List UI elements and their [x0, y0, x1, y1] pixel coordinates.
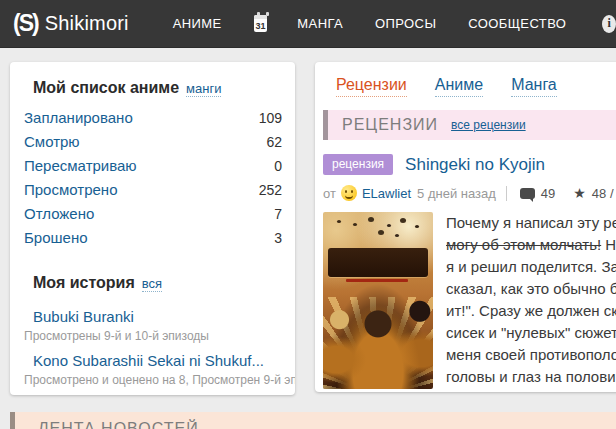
- strikethrough-text: могу об этом молчать!: [446, 236, 601, 253]
- status-count: 62: [266, 134, 282, 150]
- history-all-link[interactable]: вся: [142, 276, 162, 292]
- comments-icon: [520, 188, 535, 199]
- reviews-banner-title: РЕЦЕНЗИИ: [342, 116, 438, 134]
- shikimori-logo-icon: (S): [13, 10, 38, 37]
- anime-poster[interactable]: [323, 212, 433, 389]
- anime-list-title: Мой список анимеманги: [33, 79, 282, 97]
- nav-item-community[interactable]: СООБЩЕСТВО: [468, 16, 566, 31]
- manga-list-link[interactable]: манги: [186, 81, 221, 97]
- my-history-title-text: Моя история: [33, 274, 135, 291]
- anime-list-title-text: Мой список аниме: [33, 79, 179, 96]
- review-text-line: Почему я написал эту реце: [446, 212, 616, 234]
- review-text-line: головы и глаз на половину: [446, 366, 616, 388]
- status-count: 0: [274, 158, 282, 174]
- reviews-feed-card: Рецензии Аниме Манга РЕЦЕНЗИИ все реценз…: [315, 62, 616, 392]
- top-navbar: (S) Shikimori АНИМЕ 31 МАНГА ОПРОСЫ СООБ…: [0, 0, 616, 48]
- review-rating: 48 / 82: [592, 186, 616, 201]
- feed-tabs: Рецензии Аниме Манга: [336, 76, 616, 97]
- my-anime-list-card: Мой список анимеманги Запланировано 109 …: [10, 62, 295, 395]
- poster-title-logo: [328, 248, 428, 277]
- nav-item-manga[interactable]: МАНГА: [297, 16, 343, 31]
- calendar-icon: 31: [255, 20, 265, 32]
- history-item-konosuba[interactable]: Kono Subarashii Sekai ni Shukuf...: [10, 345, 295, 370]
- comments-count[interactable]: 49: [541, 186, 555, 201]
- poster-art-characters: [323, 284, 433, 389]
- star-icon: ★: [573, 185, 586, 201]
- nav-item-anime[interactable]: АНИМЕ: [173, 16, 222, 31]
- shikimori-logo[interactable]: (S) Shikimori: [13, 10, 129, 37]
- meta-divider: [506, 186, 507, 201]
- calendar-button[interactable]: 31: [254, 15, 268, 32]
- review-body: Почему я написал эту реце могу об этом м…: [323, 212, 616, 389]
- review-meta-row: от ELawliet 5 дней назад 49 ★ 48 / 82: [323, 185, 616, 201]
- review-header: рецензия Shingeki no Kyojin: [323, 154, 616, 175]
- status-label[interactable]: Отложено: [24, 205, 94, 222]
- status-label[interactable]: Просмотрено: [24, 181, 117, 198]
- review-text-line: сисек и "нулевых" сюжетов: [446, 322, 616, 344]
- history-item-note: Просмотрены 9-й и 10-й эпизоды: [10, 326, 295, 345]
- by-label: от: [323, 186, 336, 201]
- status-count: 252: [259, 182, 282, 198]
- nav-item-polls[interactable]: ОПРОСЫ: [375, 16, 436, 31]
- poster-art-figures: [337, 220, 341, 223]
- review-text-line: ит!". Сразу же должен сказа: [446, 300, 616, 322]
- author-avatar[interactable]: [341, 185, 357, 201]
- status-count: 7: [274, 206, 282, 222]
- review-text-line: сказал, как это обычно быв: [446, 278, 616, 300]
- list-row-onhold[interactable]: Отложено 7: [10, 202, 295, 226]
- list-row-planned[interactable]: Запланировано 109: [10, 106, 295, 130]
- list-row-completed[interactable]: Просмотрено 252: [10, 178, 295, 202]
- status-count: 3: [274, 230, 282, 246]
- news-feed-banner: ЛЕНТА НОВОСТЕЙ: [10, 412, 616, 429]
- status-label[interactable]: Запланировано: [24, 109, 133, 126]
- review-timestamp: 5 дней назад: [417, 186, 496, 201]
- review-text: Почему я написал эту реце могу об этом м…: [446, 212, 616, 389]
- all-reviews-link[interactable]: все рецензии: [451, 118, 526, 132]
- shikimori-logo-text: Shikimori: [45, 12, 129, 35]
- review-type-badge: рецензия: [323, 154, 393, 175]
- author-link[interactable]: ELawliet: [362, 186, 411, 201]
- status-label[interactable]: Пересматриваю: [24, 157, 137, 174]
- list-row-watching[interactable]: Смотрю 62: [10, 130, 295, 154]
- history-item-bubuki[interactable]: Bubuki Buranki: [10, 301, 295, 326]
- status-count: 109: [259, 110, 282, 126]
- my-history-title: Моя историявся: [33, 274, 282, 292]
- review-text-line: могу об этом молчать! Ну в: [446, 234, 616, 256]
- list-row-dropped[interactable]: Брошено 3: [10, 226, 295, 250]
- reviews-section-banner: РЕЦЕНЗИИ все рецензии: [323, 110, 616, 140]
- news-feed-title: ЛЕНТА НОВОСТЕЙ: [38, 420, 199, 429]
- status-label[interactable]: Смотрю: [24, 133, 80, 150]
- review-anime-title-link[interactable]: Shingeki no Kyojin: [405, 155, 545, 175]
- tab-anime[interactable]: Аниме: [435, 76, 483, 97]
- info-icon[interactable]: i: [602, 15, 616, 33]
- review-text-line: меня своей противополож: [446, 344, 616, 366]
- tab-manga[interactable]: Манга: [511, 76, 557, 97]
- status-label[interactable]: Брошено: [24, 229, 88, 246]
- review-text-line: я и решил поделится. Заче: [446, 256, 616, 278]
- history-item-note: Просмотрено и оценено на 8, Просмотрен 9…: [10, 370, 295, 389]
- tab-reviews[interactable]: Рецензии: [336, 76, 407, 97]
- list-row-rewatching[interactable]: Пересматриваю 0: [10, 154, 295, 178]
